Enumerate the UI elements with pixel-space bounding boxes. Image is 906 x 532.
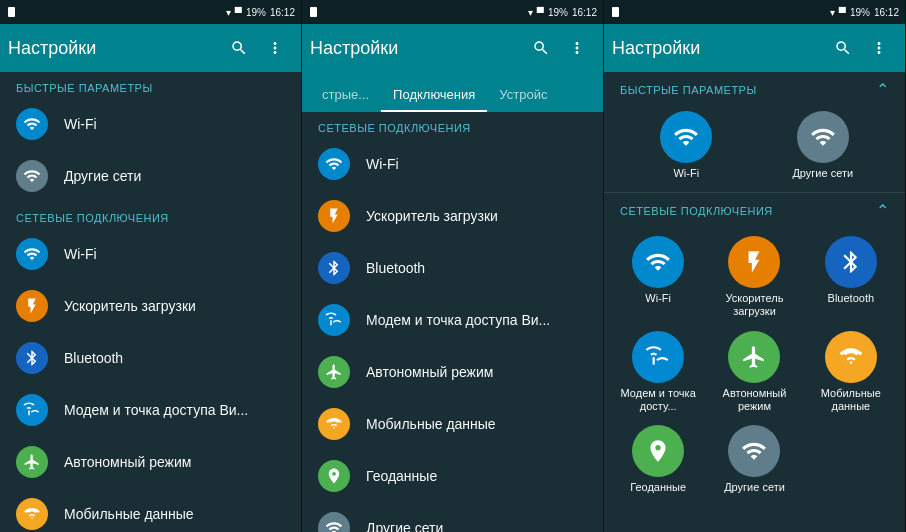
list-item-boost-2[interactable]: Ускоритель загрузки <box>302 190 603 242</box>
list-item-airplane-2[interactable]: Автономный режим <box>302 346 603 398</box>
status-bar-right-1: ▾ ▀ 19% 16:12 <box>226 7 295 18</box>
status-bar-right-3: ▾ ▀ 19% 16:12 <box>830 7 899 18</box>
search-button-2[interactable] <box>523 30 559 66</box>
other-net-quick-label-1: Другие сети <box>64 168 141 184</box>
status-bar-3: ▾ ▀ 19% 16:12 <box>604 0 905 24</box>
modem-icon-2 <box>318 304 350 336</box>
modem-grid-circle-3 <box>632 331 684 383</box>
section-label-quick-3: БЫСТРЫЕ ПАРАМЕТРЫ <box>620 84 757 96</box>
mobile-grid-circle-3 <box>825 331 877 383</box>
list-item-modem-2[interactable]: Модем и точка доступа Ви... <box>302 294 603 346</box>
header-title-3: Настройки <box>612 38 825 59</box>
bluetooth-label-1: Bluetooth <box>64 350 123 366</box>
list-item-boost-1[interactable]: Ускоритель загрузки <box>0 280 301 332</box>
menu-button-2[interactable] <box>559 30 595 66</box>
grid-item-other-net-3[interactable]: Другие сети <box>708 421 800 498</box>
grid-item-wifi-3[interactable]: Wi-Fi <box>612 232 704 322</box>
status-bar-1: ▾ ▀ 19% 16:12 <box>0 0 301 24</box>
bluetooth-grid-label-3: Bluetooth <box>828 292 874 305</box>
menu-button-1[interactable] <box>257 30 293 66</box>
modem-label-2: Модем и точка доступа Ви... <box>366 312 550 328</box>
list-item-modem-1[interactable]: Модем и точка доступа Ви... <box>0 384 301 436</box>
list-item-wifi-1[interactable]: Wi-Fi <box>0 228 301 280</box>
grid-item-boost-3[interactable]: Ускоритель загрузки <box>708 232 800 322</box>
wifi-status-icon-3: ▾ <box>830 7 835 18</box>
status-bar-2: ▾ ▀ 19% 16:12 <box>302 0 603 24</box>
sim-icon <box>6 6 18 18</box>
grid-item-modem-3[interactable]: Модем и точка досту... <box>612 327 704 417</box>
header-1: Настройки <box>0 24 301 72</box>
wifi-status-icon-1: ▾ <box>226 7 231 18</box>
grid-item-airplane-3[interactable]: Автономный режим <box>708 327 800 417</box>
airplane-icon-2 <box>318 356 350 388</box>
grid-item-bluetooth-3[interactable]: Bluetooth <box>805 232 897 322</box>
section-label-net-2: СЕТЕВЫЕ ПОДКЛЮЧЕНИЯ <box>302 112 603 138</box>
header-title-1: Настройки <box>8 38 221 59</box>
list-item-other-2[interactable]: Другие сети <box>302 502 603 532</box>
signal-icon-2: ▀ <box>537 7 544 18</box>
geo-grid-circle-3 <box>632 425 684 477</box>
panel-3: ▾ ▀ 19% 16:12 Настройки БЫСТРЫЕ ПАРАМЕТР… <box>604 0 906 532</box>
wifi-grid-label-3: Wi-Fi <box>645 292 671 305</box>
wifi-grid-circle-3 <box>632 236 684 288</box>
sim-icon-3 <box>610 6 622 18</box>
airplane-grid-label-3: Автономный режим <box>712 387 796 413</box>
status-bar-left-1 <box>6 6 18 18</box>
geo-label-2: Геоданные <box>366 468 437 484</box>
tab-quick-2[interactable]: стрые... <box>310 79 381 112</box>
other-grid-circle-quick-3 <box>797 111 849 163</box>
wifi-grid-label-quick-3: Wi-Fi <box>673 167 699 180</box>
boost-grid-circle-3 <box>728 236 780 288</box>
panel-1: ▾ ▀ 19% 16:12 Настройки БЫСТРЫЕ ПАРАМЕТР… <box>0 0 302 532</box>
header-3: Настройки <box>604 24 905 72</box>
mobile-grid-label-3: Мобильные данные <box>809 387 893 413</box>
boost-icon-1 <box>16 290 48 322</box>
other-net-grid-label-3: Другие сети <box>724 481 785 494</box>
other-label-2: Другие сети <box>366 520 443 532</box>
list-item-wifi-2[interactable]: Wi-Fi <box>302 138 603 190</box>
grid-item-other-quick-3[interactable]: Другие сети <box>757 107 890 184</box>
bluetooth-grid-circle-3 <box>825 236 877 288</box>
search-button-1[interactable] <box>221 30 257 66</box>
wifi-icon-2 <box>318 148 350 180</box>
status-bar-left-2 <box>308 6 320 18</box>
grid-item-geo-3[interactable]: Геоданные <box>612 421 704 498</box>
chevron-net-3[interactable]: ⌃ <box>876 201 889 220</box>
list-item-bluetooth-2[interactable]: Bluetooth <box>302 242 603 294</box>
mobile-label-2: Мобильные данные <box>366 416 496 432</box>
wifi-icon-1 <box>16 238 48 270</box>
list-item-mobile-1[interactable]: Мобильные данные <box>0 488 301 532</box>
other-net-grid-circle-3 <box>728 425 780 477</box>
section-header-net-3: СЕТЕВЫЕ ПОДКЛЮЧЕНИЯ ⌃ <box>604 193 905 224</box>
battery-pct-3: 19% <box>850 7 870 18</box>
other-icon-2 <box>318 512 350 532</box>
time-2: 16:12 <box>572 7 597 18</box>
search-button-3[interactable] <box>825 30 861 66</box>
sim-icon-2 <box>308 6 320 18</box>
tab-connections-2[interactable]: Подключения <box>381 79 487 112</box>
menu-button-3[interactable] <box>861 30 897 66</box>
grid-item-mobile-3[interactable]: Мобильные данные <box>805 327 897 417</box>
status-bar-left-3 <box>610 6 622 18</box>
wifi-grid-circle-quick-3 <box>660 111 712 163</box>
signal-icon-3: ▀ <box>839 7 846 18</box>
wifi-status-icon-2: ▾ <box>528 7 533 18</box>
list-item-other-net-quick-1[interactable]: Другие сети <box>0 150 301 202</box>
svg-rect-0 <box>8 7 15 17</box>
airplane-icon-1 <box>16 446 48 478</box>
wifi-quick-label-1: Wi-Fi <box>64 116 97 132</box>
other-grid-label-quick-3: Другие сети <box>792 167 853 180</box>
modem-grid-label-3: Модем и точка досту... <box>616 387 700 413</box>
chevron-quick-3[interactable]: ⌃ <box>876 80 889 99</box>
wifi-label-2: Wi-Fi <box>366 156 399 172</box>
list-item-mobile-2[interactable]: Мобильные данные <box>302 398 603 450</box>
list-item-geo-2[interactable]: Геоданные <box>302 450 603 502</box>
grid-item-wifi-quick-3[interactable]: Wi-Fi <box>620 107 753 184</box>
section-label-net-3: СЕТЕВЫЕ ПОДКЛЮЧЕНИЯ <box>620 205 773 217</box>
list-item-bluetooth-1[interactable]: Bluetooth <box>0 332 301 384</box>
tab-devices-2[interactable]: Устройс <box>487 79 559 112</box>
list-item-wifi-quick-1[interactable]: Wi-Fi <box>0 98 301 150</box>
modem-label-1: Модем и точка доступа Ви... <box>64 402 248 418</box>
list-item-airplane-1[interactable]: Автономный режим <box>0 436 301 488</box>
wifi-icon-quick-1 <box>16 108 48 140</box>
